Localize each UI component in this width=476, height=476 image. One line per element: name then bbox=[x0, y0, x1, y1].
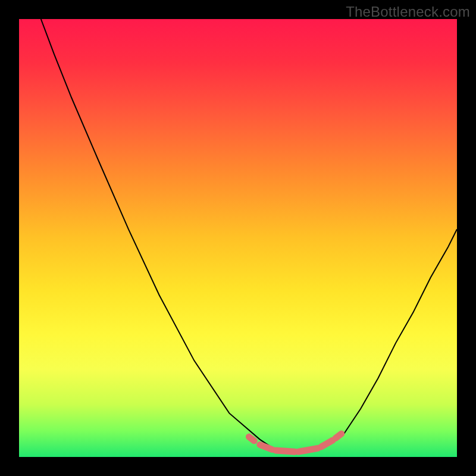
bottom-highlight-dashes bbox=[249, 434, 341, 452]
plot-area bbox=[19, 19, 457, 457]
highlight-dash bbox=[249, 437, 254, 441]
watermark-text: TheBottleneck.com bbox=[346, 4, 470, 20]
chart-frame: TheBottleneck.com bbox=[0, 0, 476, 476]
highlight-dash bbox=[299, 448, 318, 452]
bottleneck-curve bbox=[41, 19, 457, 453]
highlight-dash bbox=[275, 450, 295, 452]
highlight-dash bbox=[336, 434, 342, 438]
highlight-dash bbox=[260, 444, 273, 449]
highlight-dash bbox=[321, 440, 333, 447]
plot-svg bbox=[19, 19, 457, 457]
